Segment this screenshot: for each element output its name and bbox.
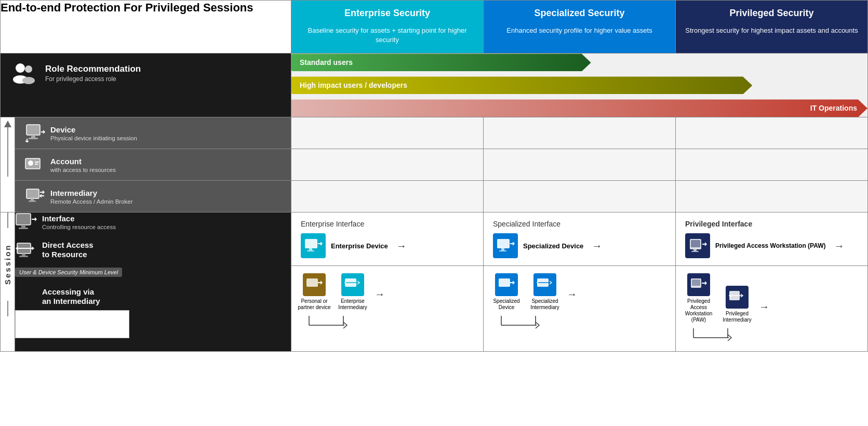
- personal-device-icon: [305, 277, 323, 292]
- svg-point-3: [22, 77, 35, 84]
- direct-access-icon-row: Direct Access to Resource: [15, 241, 291, 259]
- svg-rect-31: [501, 248, 504, 250]
- accessing-via-icon-row: Accessing via an Intermediary: [15, 287, 291, 306]
- intermediary-cell: Intermediary Remote Access / Admin Broke…: [15, 181, 291, 212]
- specialized-header: Specialized Security Enhanced security p…: [484, 1, 676, 54]
- specialized-via-container: Specialized Device: [490, 273, 669, 331]
- role-recommendation-cell: Role Recommendation For privileged acces…: [1, 54, 291, 117]
- enterprise-via-device1-icon: [303, 273, 326, 296]
- device-enterprise: [291, 117, 484, 149]
- arrow-line: [7, 127, 8, 177]
- enterprise-label: Enterprise Security: [291, 1, 483, 23]
- privileged-header: Privileged Security Strongest security f…: [676, 1, 868, 54]
- accessing-via-section: Accessing via an Intermediary Note: Addi…: [15, 287, 291, 338]
- privileged-intermediary-icon: [726, 286, 749, 309]
- role-label-area: Role Recommendation For privileged acces…: [45, 64, 141, 83]
- people-icon: [11, 62, 39, 85]
- enterprise-via-device2: Enterprise Intermediary: [336, 273, 369, 311]
- device-privileged: [676, 117, 868, 149]
- device-subtitle: Physical device initiating session: [50, 135, 137, 141]
- main-title: End-to-end Protection For Privileged Ses…: [1, 1, 291, 16]
- spec-via-dev2-icon: [536, 277, 554, 292]
- specialized-via-cell: Specialized Device: [484, 266, 676, 352]
- svg-rect-19: [21, 225, 25, 228]
- itops-arrow: IT Operations: [291, 99, 867, 117]
- intermediary-privileged: [676, 181, 868, 212]
- session-label-col: Session: [1, 212, 15, 352]
- account-icon-row: Account with access to resources: [15, 149, 291, 180]
- direct-access-title: Direct Access to Resource: [42, 241, 94, 259]
- svg-rect-36: [693, 249, 697, 251]
- role-title: Role Recommendation: [45, 64, 141, 74]
- account-privileged: [676, 149, 868, 181]
- enterprise-via-device1-label: Personal or partner device: [298, 298, 331, 311]
- specialized-desc: Enhanced security profile for higher val…: [484, 23, 675, 44]
- specialized-interface-label: Specialized Interface: [493, 220, 666, 228]
- privileged-via-device1-icon: [687, 273, 710, 296]
- session-line-top: [7, 212, 8, 228]
- privileged-via-device2-label: Privileged Intermediary: [720, 311, 754, 323]
- device-cell: Device Physical device initiating sessio…: [15, 117, 291, 149]
- privileged-device-icon-box: [685, 233, 710, 258]
- enterprise-via-device2-label: Enterprise Intermediary: [336, 298, 369, 311]
- device-specialized: [484, 117, 676, 149]
- intermediary-title: Intermediary: [50, 189, 133, 197]
- svg-rect-11: [35, 162, 39, 163]
- device-icon: [24, 124, 45, 142]
- session-label: Session: [3, 228, 12, 301]
- account-enterprise: [291, 149, 484, 181]
- enterprise-device-label: Enterprise Device: [331, 242, 388, 250]
- enterprise-via-devices: Personal or partner device: [298, 273, 477, 311]
- privileged-via-cell: Privileged Access Workstation (PAW): [676, 266, 868, 352]
- svg-rect-54: [692, 279, 700, 286]
- itops-label: IT Operations: [810, 104, 857, 112]
- spec-via-dev1-icon: [498, 277, 515, 292]
- priv-via-dev2-icon: [728, 290, 746, 304]
- specialized-via-device2-label: Specialized Intermediary: [528, 298, 562, 311]
- intermediary-icon: [24, 187, 45, 206]
- svg-rect-27: [309, 248, 312, 250]
- note-text: Note: Additional restrictions may be req…: [22, 315, 115, 334]
- min-level-badge: User & Device Security Minimum Level: [15, 268, 122, 277]
- enterprise-via-device1: Personal or partner device: [298, 273, 331, 311]
- privileged-interface-cell: Privileged Interface Privileged Access W…: [676, 212, 868, 266]
- privileged-via-arrow: →: [759, 301, 769, 313]
- accessing-via-title: Accessing via an Intermediary: [42, 287, 100, 306]
- specialized-via-device1-label: Specialized Device: [490, 298, 523, 311]
- svg-rect-39: [306, 278, 318, 287]
- interface-title: Interface: [42, 214, 116, 223]
- specialized-via-device1: Specialized Device: [490, 273, 523, 311]
- enterprise-interface-label: Enterprise Interface: [301, 220, 474, 228]
- specialized-intermediary-icon: [533, 273, 556, 296]
- role-arrows-cell: Standard users High impact users / devel…: [291, 54, 868, 117]
- svg-point-0: [16, 63, 25, 73]
- interface-text-area: Interface Controlling resource access: [42, 214, 116, 230]
- account-specialized: [484, 149, 676, 181]
- svg-point-1: [25, 65, 32, 73]
- highimpact-users-row: High impact users / developers: [291, 76, 867, 94]
- svg-rect-20: [19, 228, 28, 229]
- session-arrow-container: [1, 117, 15, 180]
- highimpact-users-label: High impact users / developers: [300, 81, 407, 89]
- highimpact-users-arrow: High impact users / developers: [291, 76, 752, 94]
- direct-access-icon: [15, 241, 37, 259]
- account-cell: Account with access to resources: [15, 149, 291, 181]
- svg-rect-46: [499, 278, 510, 287]
- enterprise-via-arrow: →: [375, 288, 385, 300]
- session-label-container: Session: [1, 212, 15, 316]
- specialized-via-device1-icon: [495, 273, 518, 296]
- enterprise-direct-device: Enterprise Device →: [301, 233, 474, 258]
- intermediary-label-area: Intermediary Remote Access / Admin Broke…: [50, 189, 133, 205]
- account-title: Account: [50, 157, 116, 166]
- svg-rect-23: [22, 254, 25, 256]
- enterprise-device-icon: [304, 238, 323, 254]
- privileged-direct-arrow: →: [834, 240, 845, 252]
- standard-users-row: Standard users: [291, 54, 867, 71]
- interface-subtitle: Controlling resource access: [42, 224, 116, 230]
- intermediary-subtitle: Remote Access / Admin Broker: [50, 198, 133, 205]
- enterprise-via-container: Personal or partner device: [298, 273, 477, 331]
- svg-point-10: [28, 161, 33, 166]
- role-icon-area: Role Recommendation For privileged acces…: [1, 54, 291, 93]
- svg-rect-13: [26, 189, 39, 198]
- svg-rect-14: [31, 198, 34, 201]
